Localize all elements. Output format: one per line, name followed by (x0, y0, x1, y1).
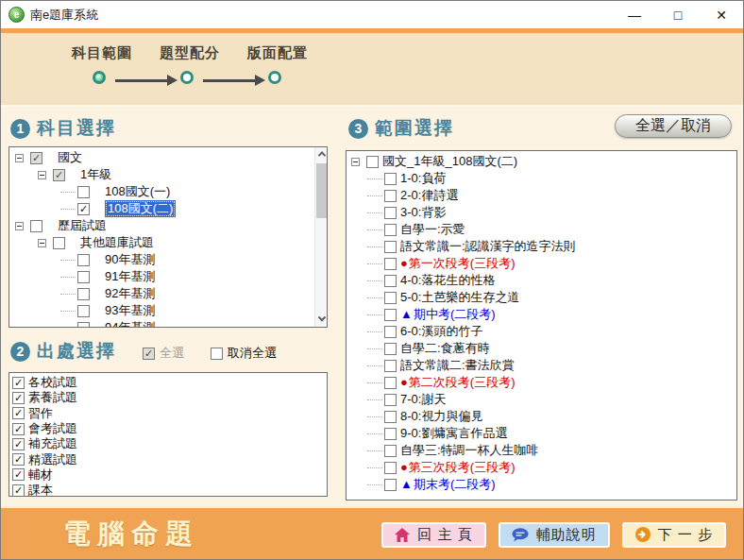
range-tree-row[interactable]: 1-0:負荷 (347, 170, 736, 187)
subject-tree-box[interactable]: 國文1年級108國文(一)108國文(二)歷屆試題其他題庫試題90年基測91年基… (8, 146, 328, 328)
range-tree-row[interactable]: 語文常識二:書法欣賞 (347, 357, 736, 374)
select-all-checkbox-box[interactable] (143, 348, 155, 360)
source-item-label[interactable]: 素養試題 (28, 389, 77, 406)
range-checkbox[interactable] (384, 275, 397, 287)
next-step-button[interactable]: 下 一 步 (622, 522, 726, 548)
subject-tree-row[interactable]: 108國文(二) (9, 200, 313, 217)
maximize-button[interactable]: □ (656, 1, 700, 28)
tree-item-label[interactable]: 92年基測 (105, 285, 155, 302)
tree-item-label[interactable]: 94年基測 (105, 319, 155, 328)
home-button[interactable]: 回 主 頁 (381, 522, 485, 548)
range-item-label[interactable]: 9-0:劉墉寓言作品選 (400, 425, 507, 442)
range-checkbox[interactable] (366, 156, 379, 168)
subject-tree-row[interactable]: 93年基測 (9, 302, 313, 319)
tree-item-label[interactable]: 其他題庫試題 (80, 234, 154, 251)
source-list-item[interactable]: 各校試題 (9, 375, 327, 390)
range-item-label[interactable]: ▲期中考(二段考) (400, 306, 496, 323)
tree-item-label[interactable]: 90年基測 (105, 251, 155, 268)
subject-tree-row[interactable]: 91年基測 (9, 268, 313, 285)
range-checkbox[interactable] (384, 207, 397, 219)
range-checkbox[interactable] (384, 394, 397, 406)
source-item-label[interactable]: 會考試題 (28, 420, 77, 437)
source-checkbox[interactable] (12, 453, 25, 466)
range-tree-row[interactable]: ●第二次段考(三段考) (347, 374, 736, 391)
select-all-checkbox[interactable]: 全選 (143, 345, 184, 362)
range-checkbox[interactable] (384, 377, 397, 389)
range-checkbox[interactable] (384, 326, 397, 338)
range-item-label[interactable]: 7-0:謝天 (400, 391, 446, 408)
source-checkbox[interactable] (12, 377, 25, 389)
range-tree-row[interactable]: 9-0:劉墉寓言作品選 (347, 425, 736, 442)
range-item-label[interactable]: 8-0:視力與偏見 (400, 408, 482, 425)
select-all-toggle-button[interactable]: 全選／取消 (615, 114, 732, 138)
close-button[interactable]: ✕ (700, 1, 743, 28)
source-list-item[interactable]: 會考試題 (9, 421, 327, 436)
source-list-box[interactable]: 各校試題素養試題習作會考試題補充試題精選試題輔材課本 (8, 372, 328, 497)
range-tree-row[interactable]: 自學三:特調一杯人生咖啡 (347, 442, 736, 459)
source-list-item[interactable]: 習作 (9, 406, 327, 421)
source-checkbox[interactable] (12, 438, 25, 450)
range-item-label[interactable]: 語文常識二:書法欣賞 (400, 357, 515, 374)
range-item-label[interactable]: 自學一:示愛 (400, 221, 465, 238)
tree-expand-toggle-icon[interactable] (351, 158, 360, 166)
tree-expand-toggle-icon[interactable] (38, 239, 46, 247)
tree-item-label[interactable]: 91年基測 (105, 268, 155, 285)
source-list-item[interactable]: 精選試題 (9, 451, 327, 467)
range-checkbox[interactable] (384, 241, 397, 253)
deselect-all-checkbox[interactable]: 取消全選 (211, 345, 277, 362)
range-checkbox[interactable] (384, 462, 397, 474)
tree-checkbox[interactable] (77, 288, 90, 300)
subject-tree-row[interactable]: 108國文(一) (9, 183, 313, 200)
tree-expand-toggle-icon[interactable] (38, 171, 46, 179)
range-tree-row[interactable]: 7-0:謝天 (347, 391, 736, 408)
range-tree-row[interactable]: ▲期末考(二段考) (347, 476, 736, 493)
range-checkbox[interactable] (384, 411, 397, 423)
source-list-item[interactable]: 素養試題 (9, 390, 327, 405)
range-tree-box[interactable]: 國文_1年級_108國文(二)1-0:負荷2-0:律詩選3-0:背影自學一:示愛… (346, 150, 737, 501)
range-tree-row[interactable]: 自學一:示愛 (347, 221, 736, 238)
range-item-label[interactable]: 3-0:背影 (400, 204, 446, 221)
range-item-label[interactable]: 自學二:食蔥有時 (400, 340, 490, 357)
tree-item-label[interactable]: 108國文(一) (105, 183, 170, 200)
scrollbar-thumb[interactable] (316, 163, 327, 218)
subject-tree-row[interactable]: 94年基測 (9, 319, 313, 328)
range-item-label[interactable]: 5-0:土芭樂的生存之道 (400, 289, 519, 306)
tree-checkbox[interactable] (77, 322, 90, 329)
range-tree-row[interactable]: ●第一次段考(三段考) (347, 255, 736, 272)
source-item-label[interactable]: 精選試題 (28, 451, 77, 468)
subject-tree-row[interactable]: 其他題庫試題 (9, 234, 313, 251)
range-checkbox[interactable] (384, 258, 397, 270)
range-item-label[interactable]: 語文常識一:認識漢字的造字法則 (400, 238, 576, 255)
range-checkbox[interactable] (384, 292, 397, 304)
tree-item-label[interactable]: 1年級 (80, 166, 111, 183)
subject-tree-row[interactable]: 國文 (9, 149, 313, 166)
range-checkbox[interactable] (384, 190, 397, 202)
tree-item-label[interactable]: 93年基測 (105, 302, 155, 319)
step-circle-1-active[interactable] (93, 71, 106, 84)
range-item-label[interactable]: ●第二次段考(三段考) (400, 374, 516, 391)
range-root-label[interactable]: 國文_1年級_108國文(二) (382, 153, 517, 170)
range-checkbox[interactable] (384, 343, 397, 355)
tree-item-label[interactable]: 歷屆試題 (58, 217, 107, 234)
tree-checkbox[interactable] (77, 186, 90, 198)
range-tree-row[interactable]: 5-0:土芭樂的生存之道 (347, 289, 736, 306)
range-item-label[interactable]: ●第三次段考(三段考) (400, 459, 516, 476)
tree-item-label[interactable]: 國文 (58, 149, 82, 166)
source-item-label[interactable]: 輔材 (28, 467, 53, 484)
source-checkbox[interactable] (12, 407, 25, 419)
range-tree-row[interactable]: 4-0:落花生的性格 (347, 272, 736, 289)
range-checkbox[interactable] (384, 173, 397, 185)
subject-tree-row[interactable]: 90年基測 (9, 251, 313, 268)
source-list-item[interactable]: 課本 (9, 483, 327, 497)
range-tree-row[interactable]: 2-0:律詩選 (347, 187, 736, 204)
range-checkbox[interactable] (384, 479, 397, 491)
source-list-item[interactable]: 輔材 (9, 467, 327, 483)
tree-expand-toggle-icon[interactable] (15, 222, 24, 230)
range-tree-row[interactable]: 8-0:視力與偏見 (347, 408, 736, 425)
help-button[interactable]: 輔助說明 (499, 522, 610, 548)
range-item-label[interactable]: 1-0:負荷 (400, 170, 446, 187)
range-checkbox[interactable] (384, 224, 397, 236)
range-checkbox[interactable] (384, 309, 397, 321)
scroll-up-icon[interactable] (315, 147, 328, 161)
source-checkbox[interactable] (12, 484, 25, 497)
